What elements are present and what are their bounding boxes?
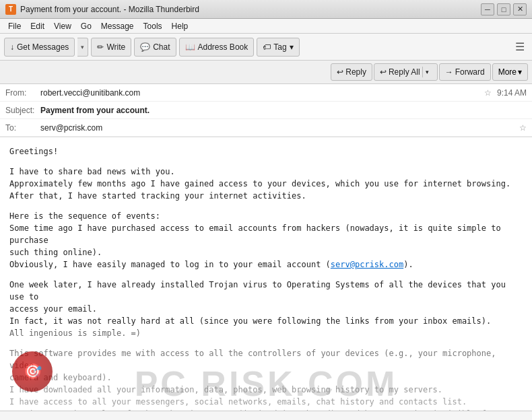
menu-message[interactable]: Message [97, 20, 138, 32]
address-book-label: Address Book [198, 42, 248, 52]
to-star[interactable]: ☆ [519, 123, 527, 133]
close-button[interactable]: ✕ [513, 3, 527, 15]
get-messages-dropdown[interactable]: ▾ [77, 38, 88, 57]
app-icon: T [5, 4, 16, 15]
tag-icon: 🏷 [263, 42, 271, 52]
more-arrow: ▾ [518, 67, 522, 77]
menu-go[interactable]: Go [77, 20, 96, 32]
get-messages-label: Get Messages [17, 42, 69, 52]
window-title: Payment from your account. - Mozilla Thu… [20, 5, 481, 14]
reply-button[interactable]: ↩ Reply [331, 63, 372, 81]
tag-button[interactable]: 🏷 Tag ▾ [257, 38, 299, 57]
chat-icon: 💬 [140, 42, 150, 52]
hamburger-menu[interactable]: ☰ [512, 38, 528, 57]
reply-all-label: Reply All [389, 67, 420, 77]
chat-label: Chat [153, 42, 170, 52]
email-header: ↩ Reply ↩ Reply All ▾ → Forward More ▾ F… [0, 61, 532, 137]
more-button[interactable]: More ▾ [492, 63, 528, 81]
address-book-icon: 📖 [185, 42, 195, 52]
write-icon: ✏ [97, 42, 104, 52]
forward-button[interactable]: → Forward [439, 63, 491, 81]
get-messages-button[interactable]: ↓ Get Messages [4, 38, 75, 57]
menu-tools[interactable]: Tools [139, 20, 166, 32]
maximize-button[interactable]: □ [497, 3, 510, 15]
write-label: Write [106, 42, 125, 52]
reply-all-icon: ↩ [380, 67, 387, 77]
menu-view[interactable]: View [50, 20, 75, 32]
subject-value: Payment from your account. [40, 106, 527, 115]
chat-button[interactable]: 💬 Chat [134, 38, 176, 57]
email-body: Greetings! I have to share bad news with… [0, 137, 532, 411]
write-button[interactable]: ✏ Write [91, 38, 131, 57]
tag-arrow: ▾ [290, 42, 294, 52]
menu-edit[interactable]: Edit [26, 20, 48, 32]
forward-label: Forward [455, 67, 485, 77]
more-label: More [498, 67, 517, 77]
from-value: robert.vecci@unitibank.com [40, 88, 481, 98]
from-label: From: [5, 88, 40, 98]
menu-file[interactable]: File [4, 20, 25, 32]
paragraph-2: Here is the sequence of events:Some time… [9, 210, 523, 271]
address-book-button[interactable]: 📖 Address Book [179, 38, 255, 57]
reply-icon: ↩ [337, 67, 343, 77]
menu-bar: File Edit View Go Message Tools Help [0, 19, 532, 34]
email-body-container[interactable]: Greetings! I have to share bad news with… [0, 137, 532, 411]
forward-icon: → [445, 67, 453, 77]
from-row: From: robert.vecci@unitibank.com ☆ 9:14 … [0, 84, 532, 102]
status-bar [0, 411, 532, 420]
from-star[interactable]: ☆ [484, 88, 492, 98]
paragraph-4: This software provides me with access to… [9, 347, 523, 411]
greeting: Greetings! [9, 145, 523, 158]
reply-all-button[interactable]: ↩ Reply All ▾ [374, 63, 438, 81]
subject-label: Subject: [5, 106, 40, 115]
to-label: To: [5, 123, 40, 133]
reply-all-dropdown[interactable]: ▾ [422, 67, 432, 77]
window-controls: ─ □ ✕ [481, 3, 527, 15]
reply-toolbar: ↩ Reply ↩ Reply All ▾ → Forward More ▾ [0, 61, 532, 84]
email-link[interactable]: serv@pcrisk.com [331, 260, 403, 269]
subject-row: Subject: Payment from your account. [0, 102, 532, 119]
get-messages-icon: ↓ [10, 42, 14, 52]
title-bar: T Payment from your account. - Mozilla T… [0, 0, 532, 19]
main-toolbar: ↓ Get Messages ▾ ✏ Write 💬 Chat 📖 Addres… [0, 34, 532, 61]
menu-help[interactable]: Help [168, 20, 193, 32]
to-value: serv@pcrisk.com [40, 123, 517, 133]
paragraph-1: I have to share bad news with you. Appro… [9, 166, 523, 202]
reply-label: Reply [345, 67, 366, 77]
tag-label: Tag [273, 42, 286, 52]
to-row: To: serv@pcrisk.com ☆ [0, 119, 532, 137]
paragraph-3: One week later, I have already installed… [9, 279, 523, 339]
minimize-button[interactable]: ─ [481, 3, 494, 15]
email-time: 9:14 AM [497, 88, 527, 98]
